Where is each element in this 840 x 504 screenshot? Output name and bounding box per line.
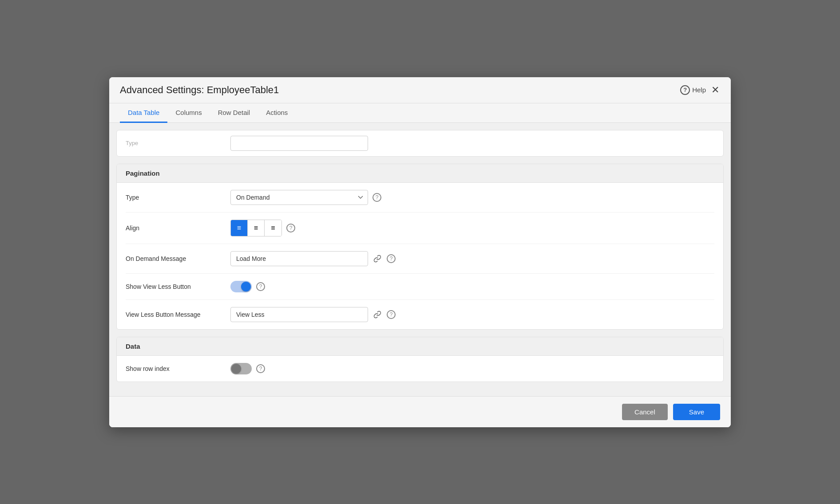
top-partial-control — [230, 136, 714, 151]
pagination-type-row: Type On Demand Paged Infinite Scroll ? — [126, 183, 714, 213]
show-row-index-row: Show row index ? — [126, 356, 714, 382]
tab-actions[interactable]: Actions — [258, 103, 296, 123]
dialog-footer: Cancel Save — [109, 396, 731, 427]
data-section: Data Show row index ? — [116, 337, 724, 382]
view-less-button-message-control: ? — [230, 307, 714, 322]
on-demand-message-help-icon[interactable]: ? — [387, 254, 396, 263]
help-button[interactable]: ? Help — [680, 85, 706, 95]
on-demand-message-input[interactable] — [230, 251, 368, 266]
tab-row-detail[interactable]: Row Detail — [210, 103, 258, 123]
show-row-index-label: Show row index — [126, 365, 223, 372]
on-demand-message-control: ? — [230, 251, 714, 266]
show-view-less-toggle-slider — [230, 281, 252, 292]
pagination-align-row: Align ≡ ≡ ≡ ? — [126, 213, 714, 244]
data-section-body: Show row index ? — [117, 356, 723, 382]
on-demand-message-link-button[interactable] — [372, 254, 382, 264]
pagination-section-header: Pagination — [117, 164, 723, 183]
advanced-settings-dialog: Advanced Settings: EmployeeTable1 ? Help… — [109, 77, 731, 427]
cancel-button[interactable]: Cancel — [622, 404, 668, 420]
show-row-index-toggle[interactable] — [230, 363, 252, 374]
show-view-less-label: Show View Less Button — [126, 283, 223, 290]
pagination-type-select[interactable]: On Demand Paged Infinite Scroll — [230, 190, 368, 205]
on-demand-message-label: On Demand Message — [126, 255, 223, 262]
pagination-align-label: Align — [126, 224, 223, 232]
header-right: ? Help ✕ — [680, 84, 720, 103]
view-less-message-help-icon[interactable]: ? — [387, 310, 396, 319]
pagination-type-label: Type — [126, 194, 223, 201]
show-view-less-control: ? — [230, 281, 714, 292]
align-left-button[interactable]: ≡ — [231, 220, 248, 236]
top-partial-input — [230, 136, 368, 151]
pagination-type-help-icon[interactable]: ? — [372, 193, 381, 202]
show-row-index-control: ? — [230, 363, 714, 374]
pagination-type-control: On Demand Paged Infinite Scroll ? — [230, 190, 714, 205]
show-view-less-help-icon[interactable]: ? — [256, 282, 265, 291]
view-less-button-message-row: View Less Button Message ? — [126, 300, 714, 329]
help-label: Help — [692, 86, 706, 94]
align-center-button[interactable]: ≡ — [248, 220, 265, 236]
top-partial-section: Type — [116, 130, 724, 157]
dialog-body: Type Pagination Type On Demand Paged Inf… — [109, 123, 731, 396]
view-less-button-message-input[interactable] — [230, 307, 368, 322]
help-circle-icon: ? — [680, 85, 690, 95]
tabs-bar: Data Table Columns Row Detail Actions — [109, 103, 731, 123]
show-row-index-toggle-slider — [230, 363, 252, 374]
pagination-section-body: Type On Demand Paged Infinite Scroll ? A… — [117, 183, 723, 329]
top-partial-label: Type — [126, 140, 223, 146]
pagination-align-help-icon[interactable]: ? — [286, 224, 295, 232]
show-view-less-row: Show View Less Button ? — [126, 274, 714, 300]
dialog-header: Advanced Settings: EmployeeTable1 ? Help… — [109, 77, 731, 103]
view-less-button-message-label: View Less Button Message — [126, 311, 223, 318]
save-button[interactable]: Save — [673, 404, 720, 420]
close-button[interactable]: ✕ — [710, 84, 720, 96]
pagination-section: Pagination Type On Demand Paged Infinite… — [116, 164, 724, 330]
tab-columns[interactable]: Columns — [167, 103, 210, 123]
data-section-header: Data — [117, 337, 723, 356]
align-right-button[interactable]: ≡ — [265, 220, 281, 236]
show-view-less-toggle[interactable] — [230, 281, 252, 292]
show-row-index-help-icon[interactable]: ? — [256, 364, 265, 373]
pagination-align-control: ≡ ≡ ≡ ? — [230, 220, 714, 236]
tab-data-table[interactable]: Data Table — [120, 103, 167, 123]
dialog-title: Advanced Settings: EmployeeTable1 — [120, 84, 279, 103]
on-demand-message-row: On Demand Message ? — [126, 244, 714, 274]
view-less-message-link-button[interactable] — [372, 310, 382, 319]
align-buttons-group: ≡ ≡ ≡ — [230, 220, 282, 236]
